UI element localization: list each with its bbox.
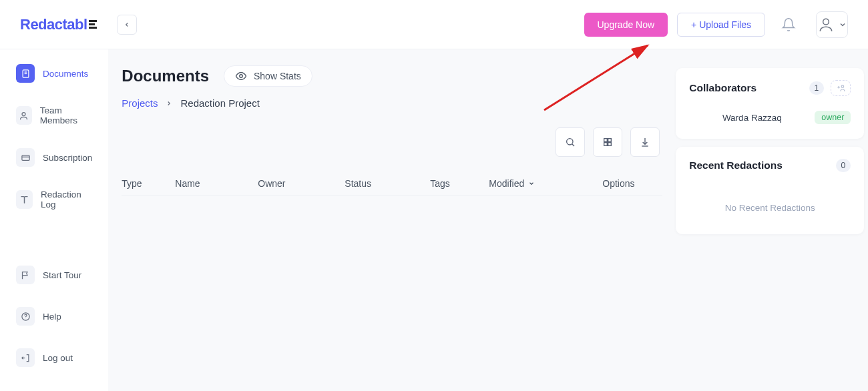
svg-point-18 bbox=[841, 85, 844, 88]
col-name[interactable]: Name bbox=[175, 178, 258, 189]
col-options[interactable]: Options bbox=[602, 178, 662, 189]
breadcrumb-projects-link[interactable]: Projects bbox=[122, 97, 158, 109]
grid-icon bbox=[602, 137, 613, 147]
sidebar-item-label: Documents bbox=[43, 69, 88, 79]
sidebar-item-subscription[interactable]: Subscription bbox=[9, 143, 99, 172]
account-menu[interactable] bbox=[816, 11, 848, 38]
sidebar-item-label: Team Members bbox=[40, 105, 93, 125]
table-header: Type Name Owner Status Tags Modified Opt… bbox=[122, 171, 662, 196]
top-header: Redactabl Upgrade Now + Upload Files bbox=[0, 0, 868, 49]
breadcrumb: Projects Redaction Project bbox=[122, 97, 662, 109]
svg-line-11 bbox=[572, 144, 574, 146]
recent-redactions-title: Recent Redactions bbox=[689, 159, 829, 171]
add-collaborator-button[interactable] bbox=[831, 80, 851, 96]
download-icon bbox=[640, 137, 650, 147]
col-modified-label: Modified bbox=[489, 178, 524, 189]
collaborators-title: Collaborators bbox=[689, 82, 802, 94]
svg-point-4 bbox=[22, 112, 25, 115]
svg-point-9 bbox=[240, 75, 243, 78]
book-icon bbox=[19, 195, 29, 205]
col-tags[interactable]: Tags bbox=[430, 178, 489, 189]
upload-files-button[interactable]: + Upload Files bbox=[677, 13, 765, 37]
col-status[interactable]: Status bbox=[345, 178, 430, 189]
user-icon bbox=[19, 111, 29, 121]
eye-icon bbox=[235, 70, 247, 82]
svg-rect-13 bbox=[608, 139, 612, 142]
svg-rect-5 bbox=[21, 155, 29, 160]
search-icon bbox=[565, 137, 576, 147]
logout-icon bbox=[21, 353, 31, 363]
collapse-sidebar-button[interactable] bbox=[117, 15, 137, 35]
chevron-down-icon bbox=[528, 180, 535, 187]
sidebar-item-logout[interactable]: Log out bbox=[9, 343, 99, 372]
add-user-icon bbox=[835, 83, 846, 93]
collaborator-role-badge: owner bbox=[815, 111, 851, 124]
document-icon bbox=[21, 69, 31, 79]
sidebar-item-label: Help bbox=[43, 312, 61, 322]
collaborators-panel: Collaborators 1 Warda Razzaq owner bbox=[676, 68, 864, 139]
collaborator-row: Warda Razzaq owner bbox=[689, 111, 851, 124]
chevron-left-icon bbox=[124, 21, 130, 28]
sidebar: Documents Team Members Subscription Reda… bbox=[0, 49, 108, 391]
sidebar-item-team-members[interactable]: Team Members bbox=[9, 100, 99, 131]
search-button[interactable] bbox=[556, 127, 585, 157]
svg-rect-14 bbox=[604, 143, 608, 146]
flag-icon bbox=[21, 270, 31, 280]
sidebar-item-label: Start Tour bbox=[43, 270, 81, 280]
col-modified[interactable]: Modified bbox=[489, 178, 602, 189]
svg-rect-15 bbox=[608, 143, 612, 146]
breadcrumb-current: Redaction Project bbox=[180, 97, 259, 109]
grid-view-button[interactable] bbox=[593, 127, 622, 157]
sidebar-item-label: Subscription bbox=[43, 153, 92, 163]
sidebar-item-documents[interactable]: Documents bbox=[9, 59, 99, 88]
svg-point-10 bbox=[567, 139, 573, 145]
collaborators-count-badge: 1 bbox=[809, 81, 825, 95]
recent-redactions-panel: Recent Redactions 0 No Recent Redactions bbox=[676, 147, 864, 234]
sidebar-item-label: Log out bbox=[43, 353, 73, 363]
help-icon bbox=[21, 312, 31, 322]
avatar-icon bbox=[817, 16, 835, 33]
card-icon bbox=[21, 153, 31, 163]
brand-bars-icon bbox=[89, 20, 97, 29]
sidebar-item-start-tour[interactable]: Start Tour bbox=[9, 260, 99, 290]
notifications-bell-icon[interactable] bbox=[781, 17, 796, 32]
col-type[interactable]: Type bbox=[122, 178, 175, 189]
sidebar-item-help[interactable]: Help bbox=[9, 302, 99, 331]
show-stats-button[interactable]: Show Stats bbox=[224, 65, 312, 87]
recent-redactions-empty: No Recent Redactions bbox=[689, 187, 851, 220]
show-stats-label: Show Stats bbox=[254, 71, 301, 81]
svg-point-0 bbox=[823, 19, 829, 25]
chevron-right-icon bbox=[166, 100, 172, 107]
sidebar-item-redaction-log[interactable]: Redaction Log bbox=[9, 184, 99, 215]
sidebar-item-label: Redaction Log bbox=[41, 189, 92, 210]
page-title: Documents bbox=[122, 67, 209, 85]
col-owner[interactable]: Owner bbox=[258, 178, 345, 189]
brand-text: Redactabl bbox=[20, 16, 87, 33]
brand-logo: Redactabl bbox=[20, 16, 97, 33]
svg-rect-12 bbox=[604, 139, 608, 142]
download-button[interactable] bbox=[630, 127, 660, 157]
upgrade-button[interactable]: Upgrade Now bbox=[584, 13, 668, 37]
collaborator-name: Warda Razzaq bbox=[689, 113, 815, 123]
recent-redactions-count-badge: 0 bbox=[836, 159, 851, 172]
chevron-down-icon bbox=[839, 21, 847, 29]
